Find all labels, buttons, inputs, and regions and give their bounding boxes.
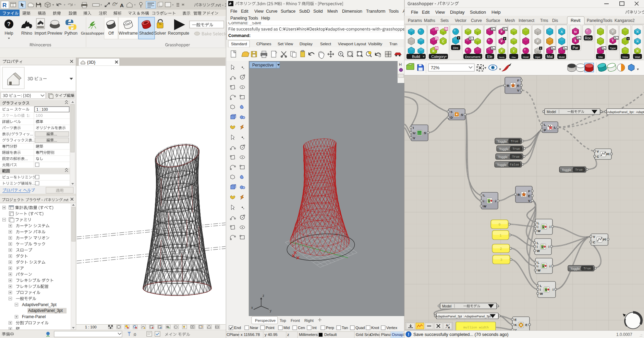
svg-text:SubD: SubD [299,9,310,14]
svg-text:View: View [254,9,264,14]
svg-text:Model: Model [442,304,451,308]
svg-text:T: T [540,47,542,50]
svg-text:mullion width: mullion width [463,326,489,329]
svg-text:Family: Family [499,56,505,58]
svg-text:Grid Sna: Grid Sna [356,333,372,337]
svg-text:True: True [512,147,520,151]
svg-text:Edit: Edit [422,10,430,15]
svg-text:F: F [501,40,503,43]
svg-text:Edit: Edit [241,9,248,14]
svg-text:Top: Top [280,318,286,323]
svg-text:n: n [636,30,639,34]
svg-text:0: 0 [498,223,500,227]
svg-text:L: L [544,123,546,126]
svg-text:Roo: Roo [585,36,591,40]
svg-text:Wireframe: Wireframe [119,31,138,36]
svg-text:+: + [513,49,514,53]
svg-text:Standard: Standard [231,42,247,46]
svg-text:N: N [542,265,544,267]
svg-text:Grasshopper: Grasshopper [81,31,104,36]
svg-text:T: T [627,37,629,40]
svg-text:F: F [501,49,503,53]
svg-text:T: T [458,37,460,40]
svg-text:72%: 72% [431,65,439,70]
svg-text:K: K [514,323,517,327]
svg-text:E: E [514,318,517,322]
svg-text:Curve: Curve [266,9,277,14]
svg-text:T: T [612,39,614,43]
svg-text:i: i [552,288,554,291]
svg-text:Near: Near [250,326,258,330]
svg-text:Plana: Plana [381,333,391,337]
svg-text:!: ! [408,332,409,337]
svg-text:1: 1 [114,4,116,6]
svg-text:Help: Help [491,10,501,15]
svg-text:i: i [537,264,538,268]
svg-text:Solid: Solid [313,9,323,14]
svg-text:Shaded: Shaded [139,31,154,36]
svg-text:Input: Input [535,56,540,59]
svg-text:A: A [561,30,563,34]
svg-text:2: 2 [500,247,502,251]
svg-text:T: T [612,30,614,34]
svg-text:Par: Par [573,46,579,50]
svg-text:S: S [450,110,452,114]
svg-text:Host: Host [523,56,529,59]
svg-text:Intersect: Intersect [519,18,535,23]
svg-text:R: R [2,2,7,9]
svg-text:File: File [411,10,418,15]
svg-text:Knot: Knot [371,326,379,330]
svg-text:y: y [270,309,271,313]
svg-text:View: View [622,56,628,59]
svg-text:Right: Right [304,318,314,323]
svg-text:Pl: Pl [606,152,609,156]
svg-text:?: ? [7,21,11,27]
svg-text:Vector: Vector [455,18,466,23]
svg-text:Frame-Panel: Frame-Panel [22,314,46,319]
svg-text:C: C [593,240,595,244]
svg-text:Rhino: Rhino [21,31,32,36]
svg-text:C: C [445,28,447,31]
svg-text:tv: tv [574,30,577,34]
svg-text:Cen: Cen [298,326,305,330]
svg-text:B: B [448,326,450,329]
svg-text:Display: Display [300,42,313,46]
svg-text:True: True [512,155,520,159]
svg-text:File: File [230,9,237,14]
svg-text:Tools: Tools [389,9,399,14]
svg-text:Preview: Preview [47,31,62,36]
svg-text:True: True [511,140,518,143]
svg-text:x 11556.78: x 11556.78 [241,333,260,337]
svg-text:N: N [542,246,543,248]
svg-text:End: End [234,326,241,330]
svg-text:View: View [435,10,445,15]
svg-text:Surface: Surface [486,18,500,23]
svg-text:C: C [436,37,438,40]
svg-text:W: W [483,204,486,208]
svg-text:.::: .:: [640,334,642,337]
svg-text:Vertex: Vertex [386,326,397,330]
svg-text:W: W [537,268,540,272]
svg-text:%: % [159,22,161,26]
svg-text:Revit: Revit [571,18,581,23]
svg-text:L: L [540,284,542,288]
svg-text:z: z [287,333,289,337]
svg-text:Osnap: Osnap [392,333,403,337]
svg-text:AdaptivePanel_3pt: AdaptivePanel_3pt [22,302,57,307]
svg-text:Save successfully completed...: Save successfully completed... (70 secon… [413,332,508,337]
svg-text:i: i [537,225,538,229]
svg-text:True: True [583,267,591,270]
svg-text:Perspective: Perspective [255,318,276,323]
svg-text:H: H [399,62,402,67]
svg-text:Paneling Tools: Paneling Tools [230,16,258,21]
svg-text:Wall: Wall [635,56,640,59]
svg-text:U: U [413,131,415,135]
svg-text:Millimeters: Millimeters [299,333,318,337]
svg-text:Recompute: Recompute [168,31,190,36]
svg-text::0: :0 [133,333,136,337]
svg-text:Toggle: Toggle [497,163,507,167]
svg-text:Default: Default [324,333,337,337]
svg-text:i: i [537,245,538,249]
svg-text:F: F [501,30,503,34]
svg-text:Set View: Set View [278,42,293,46]
